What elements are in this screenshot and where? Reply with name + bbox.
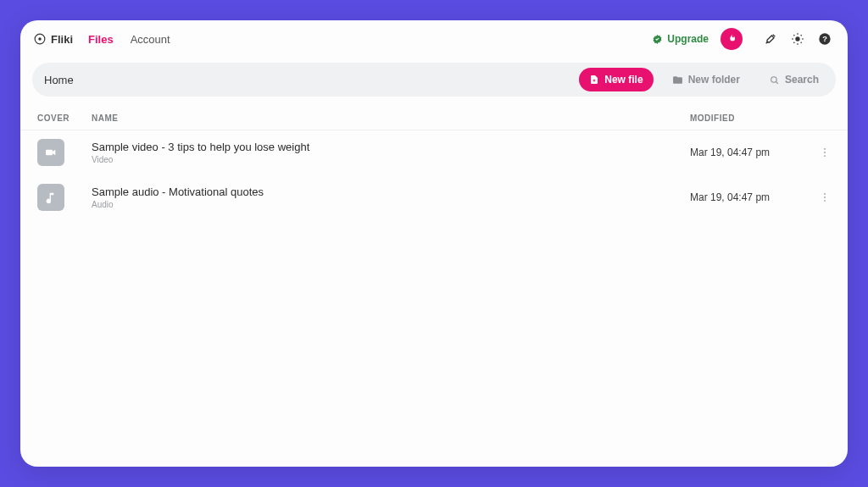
svg-point-20 [824, 196, 826, 198]
more-vertical-icon [819, 191, 831, 203]
upgrade-button[interactable]: Upgrade [652, 33, 709, 45]
brand-name: Fliki [51, 33, 73, 46]
folder-plus-icon [672, 75, 683, 86]
video-icon [44, 146, 58, 159]
search-button[interactable]: Search [759, 68, 829, 91]
file-type: Video [92, 155, 690, 164]
col-header-cover: Cover [37, 113, 92, 123]
svg-line-10 [801, 35, 802, 36]
help-button[interactable]: ? [815, 30, 834, 48]
tools-button[interactable] [761, 30, 780, 48]
verified-icon [652, 34, 663, 45]
svg-point-19 [824, 193, 826, 195]
file-modified: Mar 19, 04:47 pm [690, 147, 809, 158]
search-icon [769, 75, 780, 86]
col-header-modified: Modified [690, 113, 809, 123]
col-header-name: Name [92, 113, 690, 123]
avatar[interactable] [721, 28, 743, 50]
tools-icon [764, 32, 777, 46]
svg-line-14 [776, 81, 777, 83]
breadcrumb[interactable]: Home [44, 74, 74, 86]
svg-rect-15 [46, 150, 53, 156]
new-file-label: New file [604, 74, 643, 86]
nav-files[interactable]: Files [88, 33, 114, 46]
toolbar-wrap: Home New file New folder Search [20, 58, 848, 105]
brand[interactable]: Fliki [34, 33, 73, 46]
svg-point-18 [824, 155, 826, 157]
app-window: Fliki Files Account Upgrade [20, 20, 848, 467]
file-type: Audio [92, 200, 690, 209]
svg-line-8 [801, 42, 802, 43]
toolbar: Home New file New folder Search [32, 63, 836, 97]
svg-point-16 [824, 148, 826, 150]
svg-point-21 [824, 200, 826, 202]
svg-text:?: ? [822, 35, 827, 43]
svg-line-7 [793, 35, 794, 36]
theme-button[interactable] [788, 30, 807, 48]
table-header: Cover Name Modified [20, 105, 848, 130]
topbar: Fliki Files Account Upgrade [20, 20, 848, 58]
new-folder-label: New folder [688, 74, 740, 86]
upgrade-label: Upgrade [667, 33, 709, 45]
svg-point-13 [771, 76, 777, 82]
music-note-icon [44, 191, 58, 204]
help-icon: ? [818, 32, 832, 46]
file-modified: Mar 19, 04:47 pm [690, 191, 809, 203]
file-name: Sample video - 3 tips to help you lose w… [92, 141, 690, 153]
svg-point-17 [824, 152, 826, 153]
new-file-button[interactable]: New file [579, 68, 653, 91]
row-menu-button[interactable] [819, 189, 831, 206]
search-label: Search [785, 74, 819, 86]
row-menu-button[interactable] [819, 144, 831, 161]
table-row[interactable]: Sample audio - Motivational quotes Audio… [20, 175, 848, 220]
cover-thumbnail [37, 184, 64, 211]
flame-icon [726, 33, 737, 45]
svg-point-2 [795, 36, 799, 41]
svg-line-9 [793, 42, 794, 43]
file-plus-icon [589, 75, 599, 85]
more-vertical-icon [819, 147, 831, 158]
svg-point-1 [38, 37, 42, 41]
brand-logo-icon [34, 33, 46, 45]
nav-account[interactable]: Account [131, 33, 170, 46]
table-row[interactable]: Sample video - 3 tips to help you lose w… [20, 130, 848, 175]
sun-icon [791, 32, 804, 46]
cover-thumbnail [37, 139, 64, 166]
file-name: Sample audio - Motivational quotes [92, 185, 690, 198]
new-folder-button[interactable]: New folder [662, 68, 750, 91]
